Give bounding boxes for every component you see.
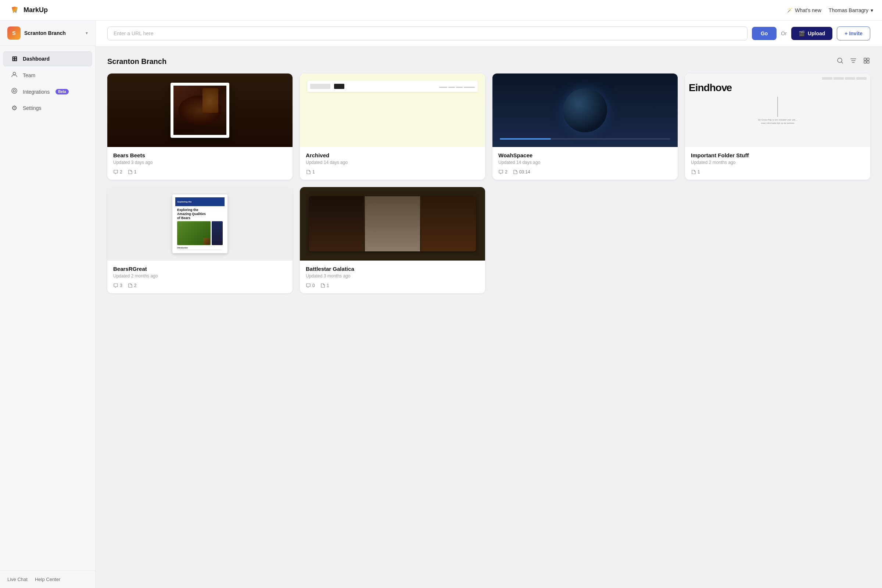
project-card-archived[interactable]: Archived Updated 14 days ago 1 (300, 74, 485, 180)
project-updated: Updated 3 days ago (113, 160, 286, 165)
search-button[interactable] (836, 57, 844, 66)
svg-rect-6 (867, 58, 869, 60)
whats-new-label: What's new (795, 8, 821, 13)
project-meta: 1 (306, 170, 479, 175)
main-layout: S Scranton Branch ▾ ⊞ Dashboard Team Int… (0, 21, 882, 588)
sidebar-item-label: Dashboard (23, 56, 50, 62)
workspace-name: Scranton Branch (24, 30, 82, 36)
project-name: BearsRGreat (113, 266, 286, 272)
beta-badge: Beta (56, 89, 69, 94)
url-input-wrapper (107, 27, 747, 40)
project-card-important-folder-stuff[interactable]: Eindhove De Grote Prijs is een initiatie… (685, 74, 870, 180)
project-updated: Updated 14 days ago (498, 160, 672, 165)
project-thumbnail: Eindhove De Grote Prijs is een initiatie… (685, 74, 870, 147)
dashboard-header: Scranton Branch (107, 57, 870, 66)
sparkle-icon: 🪄 (786, 8, 793, 13)
upload-label: Upload (808, 30, 825, 36)
comment-count: 2 (498, 170, 507, 175)
workspace-avatar: S (8, 27, 21, 40)
svg-rect-8 (867, 61, 869, 63)
live-chat-link[interactable]: Live Chat (8, 577, 28, 582)
file-count: 1 (306, 170, 315, 175)
project-thumbnail: Exploring the Exploring theAmazing Quali… (107, 187, 292, 261)
project-thumbnail (300, 74, 485, 147)
workspace-selector[interactable]: S Scranton Branch ▾ (0, 21, 95, 46)
file-count: 2 (128, 283, 137, 288)
upload-icon: 🎬 (799, 30, 805, 36)
svg-point-3 (13, 90, 15, 92)
app-logo[interactable]: MarkUp (9, 4, 48, 16)
project-info: BearsRGreat Updated 2 months ago 3 2 (107, 261, 292, 293)
svg-rect-7 (864, 61, 866, 63)
main-content: Go Or 🎬 Upload + Invite Scranton Branch (96, 21, 882, 588)
or-separator: Or (781, 30, 787, 36)
svg-point-2 (12, 88, 17, 93)
project-meta: 2 1 (113, 170, 286, 175)
project-thumbnail (492, 74, 678, 147)
dashboard-content: Scranton Branch (96, 46, 882, 588)
project-info: WoahSpacee Updated 14 days ago 2 03:14 (492, 147, 678, 180)
file-count: 1 (691, 170, 700, 175)
invite-button[interactable]: + Invite (837, 27, 870, 40)
project-name: Bears Beets (113, 152, 286, 158)
settings-icon: ⚙ (10, 104, 18, 112)
duration: 03:14 (513, 170, 530, 175)
svg-point-1 (13, 72, 16, 75)
file-count: 1 (128, 170, 137, 175)
project-card-bears-r-great[interactable]: Exploring the Exploring theAmazing Quali… (107, 187, 292, 293)
sidebar-item-integrations[interactable]: Integrations Beta (3, 84, 92, 100)
project-card-battlestar-galatica[interactable]: Battlestar Galatica Updated 3 months ago… (300, 187, 485, 293)
team-icon (10, 71, 18, 80)
project-updated: Updated 2 months ago (113, 273, 286, 279)
comment-count: 3 (113, 283, 122, 288)
project-card-woah-spacee[interactable]: WoahSpacee Updated 14 days ago 2 03:14 (492, 74, 678, 180)
project-meta: 1 (691, 170, 864, 175)
nav-items: ⊞ Dashboard Team Integrations Beta ⚙ Set… (0, 46, 95, 570)
svg-rect-5 (864, 58, 866, 60)
url-bar-area: Go Or 🎬 Upload + Invite (96, 21, 882, 46)
grid-view-button[interactable] (863, 57, 870, 66)
dashboard-title: Scranton Branch (107, 57, 166, 66)
topnav-right: 🪄 What's new Thomas Barragry ▾ (786, 8, 873, 13)
project-updated: Updated 3 months ago (306, 273, 479, 279)
project-meta: 0 1 (306, 283, 479, 288)
sort-button[interactable] (850, 57, 857, 66)
project-info: Important Folder Stuff Updated 2 months … (685, 147, 870, 180)
project-info: Archived Updated 14 days ago 1 (300, 147, 485, 180)
project-thumbnail (300, 187, 485, 261)
app-name: MarkUp (24, 6, 48, 14)
dashboard-actions (836, 57, 870, 66)
sidebar-item-team[interactable]: Team (3, 67, 92, 83)
file-count: 1 (320, 283, 329, 288)
user-menu[interactable]: Thomas Barragry ▾ (829, 8, 873, 13)
project-updated: Updated 2 months ago (691, 160, 864, 165)
comment-count: 2 (113, 170, 122, 175)
sidebar-item-label: Team (23, 72, 35, 78)
project-updated: Updated 14 days ago (306, 160, 479, 165)
project-name: Archived (306, 152, 479, 158)
project-meta: 2 03:14 (498, 170, 672, 175)
sidebar-item-settings[interactable]: ⚙ Settings (3, 100, 92, 116)
sidebar-item-dashboard[interactable]: ⊞ Dashboard (3, 51, 92, 66)
projects-grid: Bears Beets Updated 3 days ago 2 1 (107, 74, 870, 293)
sidebar-bottom: Live Chat Help Center (0, 570, 95, 588)
user-name: Thomas Barragry (829, 8, 868, 13)
dashboard-icon: ⊞ (10, 55, 18, 63)
project-meta: 3 2 (113, 283, 286, 288)
project-thumbnail (107, 74, 292, 147)
project-name: Battlestar Galatica (306, 266, 479, 272)
workspace-chevron-icon: ▾ (86, 30, 88, 36)
upload-button[interactable]: 🎬 Upload (791, 27, 832, 40)
top-navigation: MarkUp 🪄 What's new Thomas Barragry ▾ (0, 0, 882, 21)
whats-new-button[interactable]: 🪄 What's new (786, 8, 821, 13)
sidebar: S Scranton Branch ▾ ⊞ Dashboard Team Int… (0, 21, 96, 588)
chevron-down-icon: ▾ (871, 8, 873, 13)
project-name: WoahSpacee (498, 152, 672, 158)
integrations-icon (10, 87, 18, 96)
url-input[interactable] (107, 27, 747, 40)
project-card-bears-beets[interactable]: Bears Beets Updated 3 days ago 2 1 (107, 74, 292, 180)
comment-count: 0 (306, 283, 315, 288)
help-center-link[interactable]: Help Center (35, 577, 60, 582)
sidebar-item-label: Settings (23, 105, 42, 111)
go-button[interactable]: Go (752, 27, 777, 40)
